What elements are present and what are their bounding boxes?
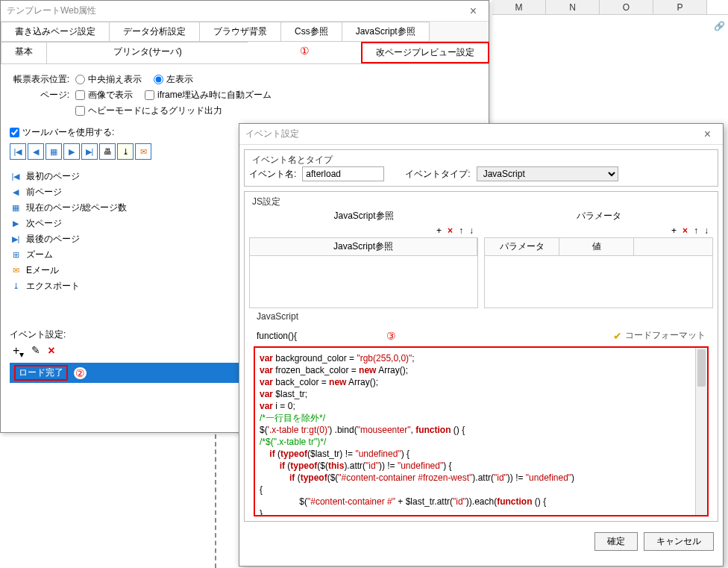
tb-first[interactable]: |◀ [10, 143, 26, 160]
action-list: |◀最初のページ◀前ページ▦現在のページ/総ページ数▶次ページ▶|最後のページ⊞… [10, 169, 242, 294]
list-item[interactable]: ⤓エクスポート [10, 278, 242, 294]
list-item[interactable]: ▶|最後のページ [10, 231, 242, 247]
chk-image-label: 画像で表示 [88, 89, 133, 102]
chk-iframe-label: iframe埋込み時に自動ズーム [157, 89, 272, 102]
code-format-button[interactable]: ✔ コードフォーマット [613, 329, 706, 342]
tb-last[interactable]: ▶| [81, 143, 98, 160]
scrollbar[interactable] [695, 348, 707, 515]
param-label: パラメータ [484, 208, 713, 224]
link-icon[interactable]: 🔗 [714, 21, 725, 31]
i-prev-icon: ◀ [10, 187, 22, 198]
chk-toolbar-label: ツールバーを使用する: [22, 126, 114, 139]
col-header[interactable]: N [546, 0, 600, 14]
add-icon[interactable]: + [436, 225, 442, 236]
radio-center[interactable] [75, 75, 85, 84]
up-icon[interactable]: ↑ [459, 225, 463, 236]
col-header[interactable]: P [653, 0, 707, 14]
cancel-button[interactable]: キャンセル [644, 532, 714, 551]
list-item[interactable]: |◀最初のページ [10, 169, 242, 184]
list-item[interactable]: ⊞ズーム [10, 247, 242, 263]
up-icon[interactable]: ↑ [694, 225, 698, 236]
list-item-label: 前ページ [26, 186, 62, 199]
tb-page[interactable]: ▦ [46, 143, 62, 160]
event-edit-icon[interactable]: ✎ [31, 344, 40, 360]
radio-center-label: 中央揃え表示 [88, 73, 142, 86]
delete-icon[interactable]: × [682, 225, 688, 236]
event-add-icon[interactable]: +▾ [13, 344, 24, 360]
ok-button[interactable]: 確定 [594, 532, 638, 551]
list-item[interactable]: ▦現在のページ/総ページ数 [10, 200, 242, 216]
tab-css-ref[interactable]: Css参照 [280, 22, 342, 41]
event-delete-icon[interactable]: × [48, 344, 54, 360]
radio-left[interactable] [154, 75, 163, 84]
param-table[interactable] [484, 256, 713, 308]
chk-heavy[interactable] [75, 106, 85, 116]
list-item-label: 現在のページ/総ページ数 [26, 202, 127, 214]
list-item[interactable]: ✉Eメール [10, 263, 242, 278]
tb-next[interactable]: ▶ [63, 143, 80, 160]
dialog-title: イベント設定 [245, 128, 299, 140]
close-icon[interactable]: × [464, 4, 483, 18]
function-open: function(){ [257, 331, 297, 341]
tab-printer[interactable]: プリンタ(サーバ) [46, 42, 248, 63]
down-icon[interactable]: ↓ [469, 225, 474, 236]
scrollbar-thumb[interactable] [697, 349, 706, 387]
fieldset-name-type: イベント名とタイプ イベント名: イベントタイプ: JavaScript [244, 149, 718, 187]
code-editor[interactable]: var background_color = "rgb(255,0,0)"; v… [254, 346, 709, 516]
list-item-label: Eメール [26, 264, 59, 277]
list-item-label: ズーム [26, 249, 53, 261]
delete-icon[interactable]: × [448, 225, 453, 236]
tb-print[interactable]: 🖶 [99, 143, 116, 160]
close-icon[interactable]: × [698, 128, 717, 141]
i-mail-icon: ✉ [10, 266, 22, 276]
tab-data-analysis[interactable]: データ分析設定 [109, 22, 200, 41]
col-value[interactable]: 値 [559, 238, 634, 255]
tb-prev[interactable]: ◀ [28, 143, 44, 160]
radio-left-label: 左表示 [166, 73, 193, 86]
event-name-label: イベント名: [249, 168, 296, 181]
event-setting-dialog: イベント設定 × イベント名とタイプ イベント名: イベントタイプ: JavaS… [239, 123, 724, 567]
chk-heavy-label: ヘビーモードによるグリッド出力 [88, 104, 222, 117]
tb-mail[interactable]: ✉ [135, 143, 151, 160]
i-export-icon: ⤓ [10, 281, 22, 292]
col-js-ref[interactable]: JavaScript参照 [250, 238, 477, 255]
event-type-select[interactable]: JavaScript [477, 166, 618, 181]
titlebar[interactable]: テンプレートWeb属性 × [1, 1, 489, 22]
js-ref-table[interactable] [249, 256, 478, 308]
annotation-2: ② [74, 367, 87, 379]
col-header[interactable]: M [492, 0, 546, 14]
list-item[interactable]: ▶次ページ [10, 216, 242, 231]
js-ref-label: JavaScript参照 [249, 208, 478, 224]
chk-iframe[interactable] [145, 90, 154, 100]
tab-row-bottom: 基本 プリンタ(サーバ) ① 改ページプレビュー設定 [1, 42, 489, 64]
event-type-label: イベントタイプ: [405, 168, 470, 181]
col-param[interactable]: パラメータ [485, 238, 559, 255]
list-item[interactable]: ◀前ページ [10, 184, 242, 200]
col-header[interactable]: O [600, 0, 653, 14]
list-item-label: エクスポート [26, 280, 80, 293]
javascript-label: JavaScript [249, 308, 713, 325]
side-toolbar: 🔗 [714, 21, 725, 31]
chk-image[interactable] [75, 90, 85, 100]
list-item-label: 最後のページ [26, 233, 80, 246]
list-item-label: 次ページ [26, 217, 62, 230]
i-zoom-icon: ⊞ [10, 250, 22, 260]
brush-icon: ✔ [613, 330, 622, 342]
annotation-3: ③ [386, 330, 396, 342]
tab-write-page[interactable]: 書き込みページ設定 [1, 22, 110, 41]
tab-page-break-preview[interactable]: 改ページプレビュー設定 [361, 42, 489, 63]
tab-js-ref[interactable]: JavaScript参照 [342, 22, 430, 41]
page-label: ページ: [10, 89, 69, 102]
add-icon[interactable]: + [671, 225, 677, 236]
dialog-title: テンプレートWeb属性 [7, 4, 96, 17]
i-first-icon: |◀ [10, 172, 22, 182]
tab-basic[interactable]: 基本 [1, 42, 47, 63]
tb-export[interactable]: ⤓ [117, 143, 134, 160]
event-name-input[interactable] [302, 166, 384, 181]
fieldset-js: JS設定 JavaScript参照 + × ↑ ↓ JavaScript参照 パ… [244, 191, 718, 522]
titlebar[interactable]: イベント設定 × [239, 124, 723, 145]
chk-toolbar[interactable] [10, 128, 19, 137]
down-icon[interactable]: ↓ [704, 225, 709, 236]
tab-row-top: 書き込みページ設定 データ分析設定 ブラウザ背景 Css参照 JavaScrip… [1, 22, 489, 42]
tab-browser-bg[interactable]: ブラウザ背景 [199, 22, 281, 41]
